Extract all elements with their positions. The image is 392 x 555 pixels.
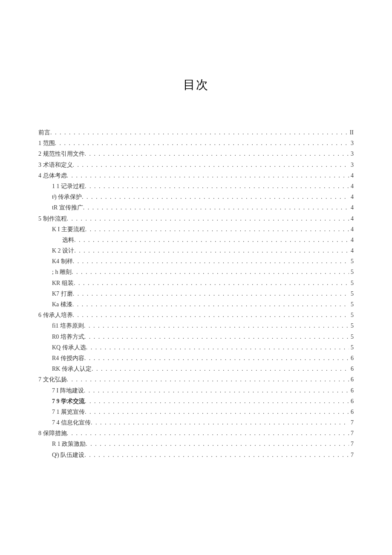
toc-entry-leader [73,310,349,320]
toc-entry: K I 主要流程4 [38,224,354,235]
toc-entry-label: KR 组装 [52,278,74,288]
page-title: 目次 [38,77,354,93]
toc-entry-leader [84,450,349,460]
toc-entry: tR 宣传推广4 [38,202,354,213]
toc-entry-label: R 1 政策激励 [52,439,86,449]
toc-entry-label: 7 9 学术交流 [52,396,85,407]
toc-entry-page: 6 [349,353,354,363]
toc-entry-page: 7 [349,439,354,449]
toc-entry-label: KQ 传承人选 [52,342,86,353]
toc-entry: K7 打磨5 [38,288,354,299]
toc-entry-label: 6 传承人培养 [38,310,73,320]
toc-entry: 5 制作流程4 [38,213,354,224]
toc-entry-label: R0 培养方式 [52,331,84,342]
toc-entry-leader [67,428,349,439]
toc-entry-label: ; h 雕刻 [52,267,72,277]
toc-entry-leader [72,267,349,277]
toc-entry-page: 3 [349,138,354,148]
toc-entry-page: 6 [349,363,354,374]
toc-entry: 7 9 学术交流6 [38,396,354,407]
toc-entry-label: K7 打磨 [52,288,73,299]
toc-entry: ; h 雕刻5 [38,267,354,277]
toc-entry: 7 I 阵地建设6 [38,385,354,396]
toc-entry: 6 传承人培养5 [38,310,354,320]
toc-entry: KR 组装5 [38,278,354,288]
toc-entry: R4 传授内容6 [38,353,354,363]
toc-entry-label: 2 规范性引用文件 [38,148,85,159]
toc-entry-leader [74,235,349,245]
toc-entry: 1 范围3 [38,138,354,148]
toc-entry: 4 总体考虑4 [38,170,354,181]
toc-entry-page: II [348,127,354,138]
toc-entry: fi1 培养原则5 [38,320,354,331]
toc-entry-page: 5 [349,256,354,267]
toc-entry-page: 3 [349,160,354,170]
toc-entry-leader [85,407,349,417]
toc-entry-leader [91,417,349,428]
toc-entry-leader [67,170,349,181]
toc-entry-page: 5 [349,299,354,310]
toc-entry-leader [73,288,349,299]
toc-entry-page: 7 [349,417,354,428]
toc-entry: Qʲ) 队伍建设7 [38,450,354,460]
toc-entry-page: 5 [349,267,354,277]
toc-entry-label: 8 保障措施 [38,428,67,439]
toc-entry-leader [86,439,349,449]
toc-entry-label: 7 文化弘扬 [38,374,67,385]
toc-entry-page: 3 [349,148,354,159]
toc-entry-label: 前言 [38,127,50,138]
toc-entry: 7 4 信息化宣传7 [38,417,354,428]
toc-entry-label: 7 4 信息化宣传 [52,417,91,428]
toc-entry-page: 4 [349,213,354,224]
toc-entry-page: 4 [349,170,354,181]
toc-entry: R0 培养方式5 [38,331,354,342]
toc-entry-page: 5 [349,288,354,299]
toc-entry-leader [74,245,349,256]
toc-entry: 选料4 [38,235,354,245]
toc-entry: 7 1 展览宣传6 [38,407,354,417]
toc-entry-leader [50,127,348,138]
toc-entry: KQ 传承人选5 [38,342,354,353]
toc-entry-page: 7 [349,450,354,460]
toc-entry-page: 5 [349,320,354,331]
toc-entry-label: R4 传授内容 [52,353,84,363]
toc-entry-leader [84,385,349,396]
toc-entry-leader [85,148,349,159]
toc-entry: K 2 设计4 [38,245,354,256]
toc-entry-leader [73,160,349,170]
toc-entry-leader [73,256,349,267]
toc-entry-leader [92,363,349,374]
toc-entry-label: 5 制作流程 [38,213,67,224]
toc-entry-label: tR 宣传推广 [52,202,83,213]
toc-entry-label: 3 术语和定义 [38,160,73,170]
toc-entry: 8 保障措施7 [38,428,354,439]
toc-entry-label: 1 1 记录过程 [52,181,85,192]
toc-entry-label: K4 制样 [52,256,73,267]
toc-entry-leader [85,181,349,192]
toc-entry-label: fi1 培养原则 [52,320,84,331]
document-page: 目次 前言II1 范围32 规范性引用文件33 术语和定义34 总体考虑41 1… [0,0,392,460]
toc-entry: K4 制样5 [38,256,354,267]
toc-entry-leader [55,138,349,148]
toc-entry-page: 6 [349,407,354,417]
toc-entry: Ka 榡漆5 [38,299,354,310]
toc-entry-label: 选料 [62,235,74,245]
toc-entry-label: 4 总体考虑 [38,170,67,181]
toc-entry-label: tʲ) 传承保护 [52,192,82,202]
toc-entry-leader [74,278,349,288]
toc-entry-label: RK 传承人认定 [52,363,92,374]
toc-entry-page: 5 [349,331,354,342]
toc-entry-label: 7 1 展览宣传 [52,407,85,417]
toc-entry-page: 6 [349,374,354,385]
toc-entry: R 1 政策激励7 [38,439,354,449]
toc-entry-page: 6 [349,385,354,396]
table-of-contents: 前言II1 范围32 规范性引用文件33 术语和定义34 总体考虑41 1 记录… [38,127,354,460]
toc-entry-leader [82,192,349,202]
toc-entry-page: 5 [349,278,354,288]
toc-entry-page: 4 [349,181,354,192]
toc-entry-leader [67,374,349,385]
toc-entry-page: 5 [349,310,354,320]
toc-entry: 3 术语和定义3 [38,160,354,170]
toc-entry-page: 4 [349,224,354,235]
toc-entry-label: K I 主要流程 [52,224,85,235]
